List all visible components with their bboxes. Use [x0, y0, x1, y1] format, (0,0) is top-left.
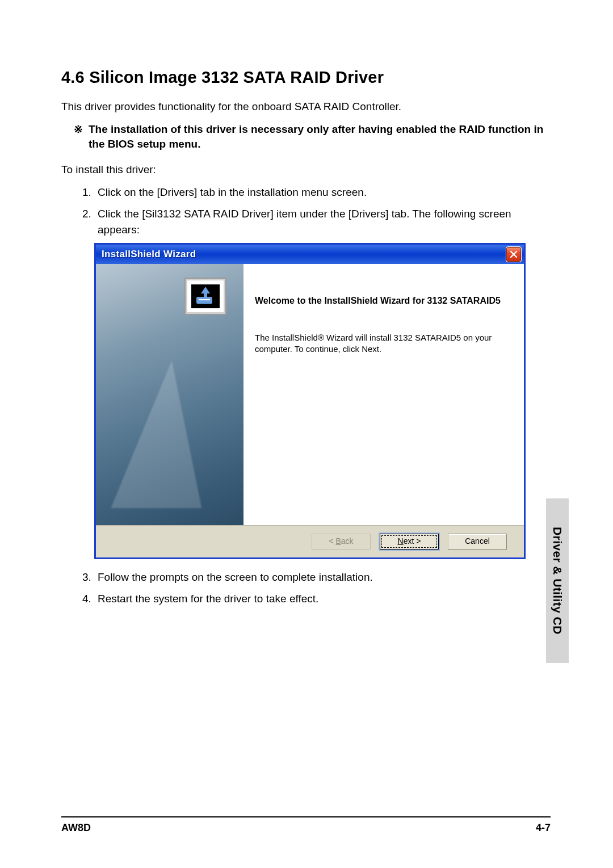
decorative-sail — [111, 360, 217, 508]
wizard-body: Welcome to the InstallShield Wizard for … — [96, 264, 524, 525]
steps-preamble: To install this driver: — [61, 162, 551, 177]
back-underline: B — [335, 536, 341, 546]
step-item: Click the [Sil3132 SATA RAID Driver] ite… — [94, 206, 551, 237]
wizard-logo-frame — [184, 278, 226, 315]
back-suffix: ack — [341, 536, 354, 546]
welcome-description: The InstallShield® Wizard will install 3… — [255, 332, 506, 355]
wizard-figure: InstallShield Wizard — [94, 243, 551, 559]
footer-right: 4-7 — [536, 822, 551, 834]
side-tab: Driver & Utility CD — [546, 498, 569, 663]
wizard-left-panel — [96, 264, 243, 525]
note-text: The installation of this driver is neces… — [89, 122, 551, 152]
svg-rect-4 — [204, 292, 207, 297]
steps-list: Click on the [Drivers] tab in the instal… — [61, 184, 551, 237]
section-heading: 4.6 Silicon Image 3132 SATA RAID Driver — [61, 68, 551, 87]
welcome-heading: Welcome to the InstallShield Wizard for … — [255, 295, 506, 307]
step-item: Restart the system for the driver to tak… — [94, 591, 551, 607]
document-page: 4.6 Silicon Image 3132 SATA RAID Driver … — [0, 0, 613, 868]
side-tab-label: Driver & Utility CD — [551, 527, 564, 635]
note-symbol: ※ — [74, 122, 83, 152]
note-block: ※ The installation of this driver is nec… — [61, 122, 551, 152]
next-button[interactable]: Next > — [380, 534, 439, 550]
install-icon — [191, 284, 220, 308]
steps-list-cont: Follow the prompts on the screen to comp… — [61, 569, 551, 606]
back-prefix: < — [329, 536, 335, 546]
window-title: InstallShield Wizard — [102, 249, 196, 260]
back-button: < Back — [312, 534, 371, 550]
wizard-footer: < Back Next > Cancel — [96, 525, 524, 557]
cancel-button[interactable]: Cancel — [448, 534, 507, 550]
svg-rect-3 — [199, 299, 210, 300]
page-footer: AW8D 4-7 — [61, 816, 551, 834]
footer-left: AW8D — [61, 822, 91, 834]
wizard-right-panel: Welcome to the InstallShield Wizard for … — [243, 264, 524, 525]
intro-paragraph: This driver provides functionality for t… — [61, 99, 551, 114]
cancel-label: Cancel — [465, 536, 490, 546]
close-icon — [510, 250, 518, 258]
close-button[interactable] — [506, 246, 522, 262]
next-suffix: ext > — [404, 536, 421, 546]
wizard-window: InstallShield Wizard — [94, 243, 526, 559]
step-item: Follow the prompts on the screen to comp… — [94, 569, 551, 585]
titlebar: InstallShield Wizard — [96, 245, 524, 264]
next-underline: N — [398, 536, 404, 546]
step-item: Click on the [Drivers] tab in the instal… — [94, 184, 551, 200]
